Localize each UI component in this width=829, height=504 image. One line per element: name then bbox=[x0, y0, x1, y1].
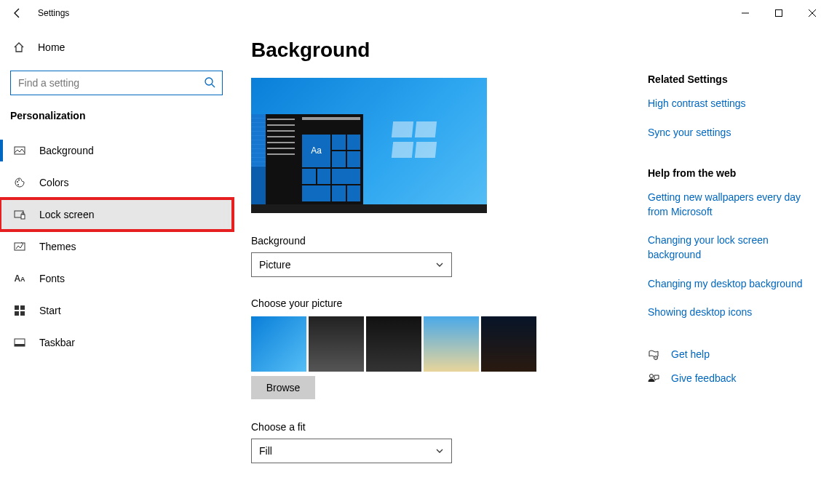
sidebar-item-label: Background bbox=[39, 145, 94, 156]
svg-point-2 bbox=[205, 78, 213, 85]
link-feedback[interactable]: Give feedback bbox=[671, 372, 737, 386]
svg-point-5 bbox=[17, 181, 18, 183]
svg-rect-1 bbox=[776, 9, 782, 16]
fit-select[interactable]: Fill bbox=[251, 439, 452, 463]
browse-button[interactable]: Browse bbox=[251, 376, 315, 399]
svg-rect-11 bbox=[15, 305, 19, 310]
sidebar-item-background[interactable]: Background bbox=[0, 135, 233, 167]
sidebar-item-label: Fonts bbox=[39, 273, 65, 284]
titlebar: Settings bbox=[0, 0, 829, 25]
link-sync-settings[interactable]: Sync your settings bbox=[648, 126, 807, 140]
home-icon bbox=[13, 41, 25, 53]
section-label: Personalization bbox=[0, 105, 233, 135]
home-link[interactable]: Home bbox=[0, 33, 233, 62]
background-preview: Aa bbox=[251, 78, 487, 213]
svg-point-7 bbox=[17, 184, 19, 185]
get-help-icon: ? bbox=[648, 349, 661, 361]
picture-thumb[interactable] bbox=[424, 316, 479, 372]
svg-line-3 bbox=[212, 84, 215, 87]
page-title: Background bbox=[251, 39, 611, 62]
svg-point-6 bbox=[18, 180, 20, 181]
sidebar-item-label: Lock screen bbox=[39, 209, 94, 220]
link-wallpapers[interactable]: Getting new wallpapers every day from Mi… bbox=[648, 191, 807, 219]
sidebar-item-lock-screen[interactable]: Lock screen bbox=[0, 199, 233, 231]
picture-thumb[interactable] bbox=[366, 316, 421, 372]
sidebar-item-colors[interactable]: Colors bbox=[0, 167, 233, 199]
window-title: Settings bbox=[38, 8, 69, 18]
svg-rect-16 bbox=[15, 344, 25, 346]
picture-icon bbox=[13, 145, 26, 156]
start-icon bbox=[13, 305, 26, 316]
preview-sample-text: Aa bbox=[302, 135, 330, 167]
svg-point-19 bbox=[650, 375, 654, 378]
sidebar-item-fonts[interactable]: AA Fonts bbox=[0, 263, 233, 295]
picture-thumb[interactable] bbox=[251, 316, 306, 372]
fit-select-label: Choose a fit bbox=[251, 421, 611, 433]
sidebar-item-taskbar[interactable]: Taskbar bbox=[0, 327, 233, 359]
svg-rect-14 bbox=[20, 311, 25, 316]
themes-icon bbox=[13, 241, 26, 252]
search-icon bbox=[204, 76, 215, 88]
sidebar-item-label: Taskbar bbox=[39, 337, 75, 348]
sidebar-item-label: Themes bbox=[39, 241, 76, 252]
chevron-down-icon bbox=[435, 260, 444, 269]
palette-icon bbox=[13, 177, 26, 188]
feedback-icon bbox=[648, 373, 661, 385]
sidebar-item-start[interactable]: Start bbox=[0, 295, 233, 327]
close-button[interactable] bbox=[796, 1, 829, 25]
right-panel: Related Settings High contrast settings … bbox=[611, 39, 829, 504]
back-button[interactable] bbox=[0, 0, 35, 25]
main-content: Background Aa Background bbox=[233, 25, 829, 504]
link-desktop-icons[interactable]: Showing desktop icons bbox=[648, 305, 807, 320]
svg-rect-13 bbox=[15, 311, 19, 316]
fonts-icon: AA bbox=[13, 273, 26, 284]
picture-thumb[interactable] bbox=[481, 316, 536, 372]
sidebar-item-label: Colors bbox=[39, 177, 68, 188]
picture-thumbnails bbox=[251, 316, 611, 372]
chevron-down-icon bbox=[435, 447, 444, 455]
svg-rect-9 bbox=[21, 215, 25, 219]
bg-select-label: Background bbox=[251, 235, 611, 247]
sidebar-item-themes[interactable]: Themes bbox=[0, 231, 233, 263]
taskbar-icon bbox=[13, 337, 26, 348]
select-value: Picture bbox=[259, 259, 291, 271]
link-lockscreen-bg[interactable]: Changing your lock screen background bbox=[648, 233, 807, 262]
sidebar-item-label: Start bbox=[39, 305, 61, 316]
picture-thumb[interactable] bbox=[309, 316, 364, 372]
help-from-web-heading: Help from the web bbox=[648, 167, 807, 179]
minimize-button[interactable] bbox=[729, 1, 762, 25]
link-desktop-bg[interactable]: Changing my desktop background bbox=[648, 277, 807, 292]
svg-rect-12 bbox=[20, 305, 25, 310]
sidebar: Home Personalization Background Colors L… bbox=[0, 25, 233, 504]
select-value: Fill bbox=[259, 445, 272, 457]
link-high-contrast[interactable]: High contrast settings bbox=[648, 97, 807, 111]
choose-picture-label: Choose your picture bbox=[251, 297, 611, 309]
link-get-help[interactable]: Get help bbox=[671, 348, 710, 362]
maximize-button[interactable] bbox=[762, 1, 796, 25]
background-type-select[interactable]: Picture bbox=[251, 252, 452, 277]
lock-screen-icon bbox=[13, 209, 26, 220]
home-label: Home bbox=[38, 41, 65, 53]
related-settings-heading: Related Settings bbox=[648, 73, 807, 85]
search-input[interactable] bbox=[10, 71, 223, 95]
